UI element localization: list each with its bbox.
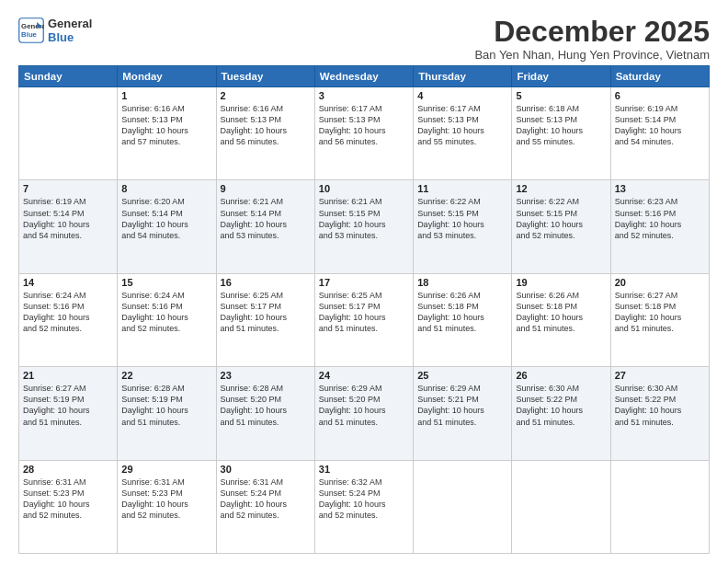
calendar-cell: 30Sunrise: 6:31 AM Sunset: 5:24 PM Dayli…	[216, 460, 314, 553]
day-number: 2	[221, 90, 311, 101]
cell-content: Sunrise: 6:30 AM Sunset: 5:22 PM Dayligh…	[516, 383, 606, 428]
calendar-cell: 11Sunrise: 6:22 AM Sunset: 5:15 PM Dayli…	[414, 180, 512, 273]
cell-content: Sunrise: 6:21 AM Sunset: 5:14 PM Dayligh…	[221, 196, 311, 241]
calendar-cell: 18Sunrise: 6:26 AM Sunset: 5:18 PM Dayli…	[414, 273, 512, 366]
calendar-cell: 7Sunrise: 6:19 AM Sunset: 5:14 PM Daylig…	[19, 180, 118, 273]
calendar-cell: 6Sunrise: 6:19 AM Sunset: 5:14 PM Daylig…	[610, 87, 709, 180]
cell-content: Sunrise: 6:24 AM Sunset: 5:16 PM Dayligh…	[121, 290, 211, 335]
day-number: 12	[516, 183, 606, 194]
day-number: 15	[121, 277, 211, 288]
calendar-cell: 17Sunrise: 6:25 AM Sunset: 5:17 PM Dayli…	[314, 273, 413, 366]
cell-content: Sunrise: 6:31 AM Sunset: 5:23 PM Dayligh…	[23, 477, 113, 522]
calendar-cell: 4Sunrise: 6:17 AM Sunset: 5:13 PM Daylig…	[414, 87, 512, 180]
calendar-cell: 15Sunrise: 6:24 AM Sunset: 5:16 PM Dayli…	[118, 273, 216, 366]
day-number: 25	[417, 370, 507, 381]
cell-content: Sunrise: 6:31 AM Sunset: 5:24 PM Dayligh…	[221, 477, 311, 522]
day-number: 9	[221, 183, 311, 194]
day-number: 5	[516, 90, 606, 101]
cell-content: Sunrise: 6:27 AM Sunset: 5:19 PM Dayligh…	[23, 383, 113, 428]
calendar-cell: 31Sunrise: 6:32 AM Sunset: 5:24 PM Dayli…	[314, 460, 413, 553]
calendar-cell: 2Sunrise: 6:16 AM Sunset: 5:13 PM Daylig…	[216, 87, 314, 180]
cell-content: Sunrise: 6:22 AM Sunset: 5:15 PM Dayligh…	[516, 196, 606, 241]
day-number: 18	[417, 277, 507, 288]
day-number: 31	[319, 464, 409, 475]
day-number: 8	[121, 183, 211, 194]
calendar-cell: 22Sunrise: 6:28 AM Sunset: 5:19 PM Dayli…	[118, 367, 216, 460]
cell-content: Sunrise: 6:24 AM Sunset: 5:16 PM Dayligh…	[23, 290, 113, 335]
cell-content: Sunrise: 6:27 AM Sunset: 5:18 PM Dayligh…	[615, 290, 705, 335]
cell-content: Sunrise: 6:19 AM Sunset: 5:14 PM Dayligh…	[23, 196, 113, 241]
calendar-cell: 5Sunrise: 6:18 AM Sunset: 5:13 PM Daylig…	[512, 87, 610, 180]
cell-content: Sunrise: 6:17 AM Sunset: 5:13 PM Dayligh…	[417, 103, 507, 148]
day-number: 17	[319, 277, 409, 288]
calendar-cell: 28Sunrise: 6:31 AM Sunset: 5:23 PM Dayli…	[19, 460, 118, 553]
day-number: 11	[417, 183, 507, 194]
page: General Blue General Blue December 2025 …	[0, 0, 728, 563]
calendar-cell: 3Sunrise: 6:17 AM Sunset: 5:13 PM Daylig…	[314, 87, 413, 180]
calendar-cell: 26Sunrise: 6:30 AM Sunset: 5:22 PM Dayli…	[512, 367, 610, 460]
cell-content: Sunrise: 6:20 AM Sunset: 5:14 PM Dayligh…	[121, 196, 211, 241]
logo-line2: Blue	[48, 30, 92, 44]
day-number: 28	[23, 464, 113, 475]
cell-content: Sunrise: 6:21 AM Sunset: 5:15 PM Dayligh…	[319, 196, 409, 241]
cell-content: Sunrise: 6:23 AM Sunset: 5:16 PM Dayligh…	[615, 196, 705, 241]
col-header-sunday: Sunday	[19, 66, 118, 87]
calendar-cell: 16Sunrise: 6:25 AM Sunset: 5:17 PM Dayli…	[216, 273, 314, 366]
cell-content: Sunrise: 6:26 AM Sunset: 5:18 PM Dayligh…	[516, 290, 606, 335]
cell-content: Sunrise: 6:32 AM Sunset: 5:24 PM Dayligh…	[319, 477, 409, 522]
cell-content: Sunrise: 6:19 AM Sunset: 5:14 PM Dayligh…	[615, 103, 705, 148]
day-number: 3	[319, 90, 409, 101]
day-number: 1	[121, 90, 211, 101]
day-number: 26	[516, 370, 606, 381]
calendar-cell	[414, 460, 512, 553]
cell-content: Sunrise: 6:25 AM Sunset: 5:17 PM Dayligh…	[221, 290, 311, 335]
col-header-saturday: Saturday	[610, 66, 709, 87]
cell-content: Sunrise: 6:30 AM Sunset: 5:22 PM Dayligh…	[615, 383, 705, 428]
day-number: 29	[121, 464, 211, 475]
calendar-cell: 27Sunrise: 6:30 AM Sunset: 5:22 PM Dayli…	[610, 367, 709, 460]
day-number: 21	[23, 370, 113, 381]
calendar-cell	[610, 460, 709, 553]
cell-content: Sunrise: 6:17 AM Sunset: 5:13 PM Dayligh…	[319, 103, 409, 148]
day-number: 14	[23, 277, 113, 288]
cell-content: Sunrise: 6:22 AM Sunset: 5:15 PM Dayligh…	[417, 196, 507, 241]
week-row-0: 1Sunrise: 6:16 AM Sunset: 5:13 PM Daylig…	[19, 87, 710, 180]
calendar-cell: 9Sunrise: 6:21 AM Sunset: 5:14 PM Daylig…	[216, 180, 314, 273]
calendar-cell: 21Sunrise: 6:27 AM Sunset: 5:19 PM Dayli…	[19, 367, 118, 460]
cell-content: Sunrise: 6:16 AM Sunset: 5:13 PM Dayligh…	[221, 103, 311, 148]
month-title: December 2025	[474, 17, 710, 46]
cell-content: Sunrise: 6:28 AM Sunset: 5:20 PM Dayligh…	[221, 383, 311, 428]
calendar-cell: 12Sunrise: 6:22 AM Sunset: 5:15 PM Dayli…	[512, 180, 610, 273]
week-row-4: 28Sunrise: 6:31 AM Sunset: 5:23 PM Dayli…	[19, 460, 710, 553]
week-row-2: 14Sunrise: 6:24 AM Sunset: 5:16 PM Dayli…	[19, 273, 710, 366]
calendar-cell: 1Sunrise: 6:16 AM Sunset: 5:13 PM Daylig…	[118, 87, 216, 180]
calendar-table: SundayMondayTuesdayWednesdayThursdayFrid…	[18, 65, 710, 554]
week-row-3: 21Sunrise: 6:27 AM Sunset: 5:19 PM Dayli…	[19, 367, 710, 460]
logo: General Blue General Blue	[18, 17, 92, 44]
cell-content: Sunrise: 6:28 AM Sunset: 5:19 PM Dayligh…	[121, 383, 211, 428]
day-number: 20	[615, 277, 705, 288]
col-header-tuesday: Tuesday	[216, 66, 314, 87]
day-number: 13	[615, 183, 705, 194]
cell-content: Sunrise: 6:16 AM Sunset: 5:13 PM Dayligh…	[121, 103, 211, 148]
day-number: 22	[121, 370, 211, 381]
logo-line1: General	[48, 17, 92, 30]
title-block: December 2025 Ban Yen Nhan, Hung Yen Pro…	[474, 17, 710, 62]
cell-content: Sunrise: 6:25 AM Sunset: 5:17 PM Dayligh…	[319, 290, 409, 335]
calendar-cell: 20Sunrise: 6:27 AM Sunset: 5:18 PM Dayli…	[610, 273, 709, 366]
day-number: 7	[23, 183, 113, 194]
calendar-cell: 24Sunrise: 6:29 AM Sunset: 5:20 PM Dayli…	[314, 367, 413, 460]
cell-content: Sunrise: 6:26 AM Sunset: 5:18 PM Dayligh…	[417, 290, 507, 335]
calendar-cell: 10Sunrise: 6:21 AM Sunset: 5:15 PM Dayli…	[314, 180, 413, 273]
header: General Blue General Blue December 2025 …	[18, 17, 710, 62]
cell-content: Sunrise: 6:31 AM Sunset: 5:23 PM Dayligh…	[121, 477, 211, 522]
day-number: 23	[221, 370, 311, 381]
col-header-monday: Monday	[118, 66, 216, 87]
day-number: 16	[221, 277, 311, 288]
day-number: 10	[319, 183, 409, 194]
day-number: 19	[516, 277, 606, 288]
col-header-friday: Friday	[512, 66, 610, 87]
day-number: 27	[615, 370, 705, 381]
day-number: 6	[615, 90, 705, 101]
week-row-1: 7Sunrise: 6:19 AM Sunset: 5:14 PM Daylig…	[19, 180, 710, 273]
